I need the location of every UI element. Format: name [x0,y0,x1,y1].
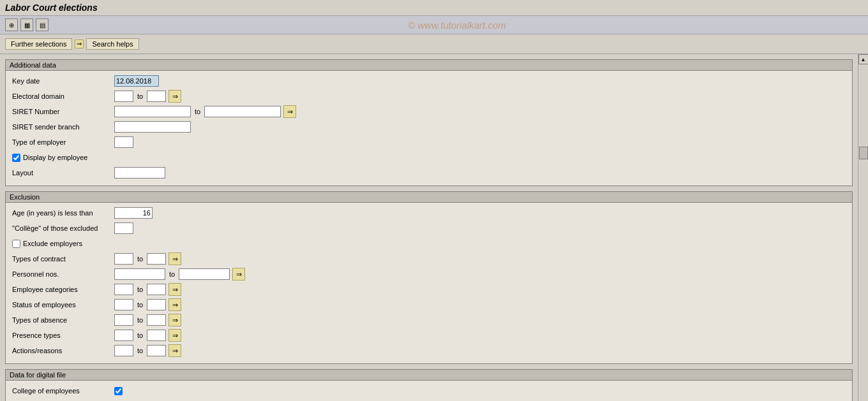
key-date-row: Key date [12,75,846,87]
siret-number-from-input[interactable] [114,106,191,117]
digital-file-header: Data for digital file [6,370,852,381]
to-label-1: to [137,92,143,100]
additional-data-section: Additional data Key date Electoral domai… [5,59,853,186]
title-bar: Labor Court elections [0,0,868,16]
college-excluded-input[interactable] [114,222,133,234]
employee-categories-from-input[interactable] [114,284,133,295]
siret-number-to-input[interactable] [204,106,281,117]
to-label-4: to [169,270,175,278]
employee-categories-to-input[interactable] [147,284,166,295]
presence-types-label: Presence types [12,332,114,339]
electoral-domain-to-input[interactable] [147,91,166,102]
presence-types-nav-button[interactable]: ⇒ [168,329,181,342]
type-of-employer-row: Type of employer [12,136,846,149]
employee-categories-label: Employee categories [12,286,114,293]
layout-row: Layout [12,166,846,179]
personnel-nos-nav-button[interactable]: ⇒ [232,268,245,281]
exclude-employers-label: Exclude employers [23,240,125,247]
to-label-9: to [137,347,143,354]
layout-label: Layout [12,169,114,177]
watermark: © www.tutorialkart.com [51,20,863,31]
type-of-employer-label: Type of employer [12,138,114,146]
personnel-nos-row: Personnel nos. to ⇒ [12,268,846,281]
college-excluded-label: "Collège" of those excluded [12,224,114,232]
types-of-contract-row: Types of contract to ⇒ [12,252,846,265]
siret-number-row: SIRET Number to ⇒ [12,105,846,118]
personnel-nos-from-input[interactable] [114,268,165,280]
electoral-domain-label: Electoral domain [12,92,114,100]
arrow-right-icon: ⇒ [75,40,84,48]
types-of-absence-row: Types of absence to ⇒ [12,314,846,326]
actions-reasons-from-input[interactable] [114,345,133,356]
college-excluded-row: "Collège" of those excluded [12,222,846,235]
presence-types-row: Presence types to ⇒ [12,329,846,342]
siret-sender-row: SIRET sender branch [12,120,846,133]
types-of-absence-from-input[interactable] [114,314,133,326]
siret-number-label: SIRET Number [12,108,114,115]
actions-reasons-label: Actions/reasons [12,347,114,354]
types-of-contract-to-input[interactable] [147,253,166,265]
digital-file-body: College of employees [6,381,852,401]
types-of-absence-label: Types of absence [12,316,114,324]
age-row: Age (in years) is less than [12,207,846,219]
type-of-employer-input[interactable] [114,136,133,148]
page-title: Labor Court elections [5,3,98,13]
search-helps-button[interactable]: Search helps [86,38,138,50]
employee-categories-row: Employee categories to ⇒ [12,283,846,296]
key-date-input[interactable] [114,75,159,87]
personnel-nos-to-input[interactable] [179,268,230,280]
presence-types-to-input[interactable] [147,330,166,341]
actions-reasons-to-input[interactable] [147,345,166,356]
toolbar: ⊕ ▦ ▤ © www.tutorialkart.com [0,16,868,34]
status-of-employees-row: Status of employees to ⇒ [12,298,846,311]
actions-reasons-row: Actions/reasons to ⇒ [12,344,846,357]
status-of-employees-label: Status of employees [12,301,114,309]
additional-data-header: Additional data [6,60,852,71]
types-of-contract-nav-button[interactable]: ⇒ [168,252,181,265]
college-of-employees-checkbox[interactable] [114,387,123,395]
navigate-icon[interactable]: ⊕ [5,18,18,31]
types-of-absence-to-input[interactable] [147,314,166,326]
to-label-7: to [137,316,143,324]
employee-categories-nav-button[interactable]: ⇒ [168,283,181,296]
siret-sender-label: SIRET sender branch [12,123,114,131]
types-of-absence-nav-button[interactable]: ⇒ [168,314,181,326]
personnel-nos-label: Personnel nos. [12,270,114,278]
additional-data-body: Key date Electoral domain to ⇒ SIRET Num… [6,71,852,186]
export-icon[interactable]: ▤ [36,18,49,31]
presence-types-from-input[interactable] [114,330,133,341]
electoral-domain-from-input[interactable] [114,91,133,102]
scrollbar[interactable]: ▲ ▼ [858,54,868,401]
info-icon[interactable]: ▦ [20,18,33,31]
button-bar: Further selections ⇒ Search helps [0,34,868,54]
types-of-contract-label: Types of contract [12,255,114,263]
types-of-contract-from-input[interactable] [114,253,133,265]
actions-reasons-nav-button[interactable]: ⇒ [168,344,181,357]
status-of-employees-nav-button[interactable]: ⇒ [168,298,181,311]
siret-sender-input[interactable] [114,121,191,133]
exclude-employers-checkbox[interactable] [12,240,20,248]
scroll-thumb[interactable] [859,147,868,159]
further-selections-button[interactable]: Further selections [5,38,72,50]
display-by-employee-checkbox[interactable] [12,154,20,162]
to-label-2: to [195,108,200,115]
display-by-employee-row: Display by employee [12,151,846,164]
siret-number-nav-button[interactable]: ⇒ [283,105,296,118]
college-of-employees-row: College of employees [12,384,846,397]
to-label-8: to [137,332,143,339]
college-of-employees-label: College of employees [12,387,114,395]
exclude-employers-row: Exclude employers [12,237,846,250]
age-input[interactable] [114,207,153,219]
age-label: Age (in years) is less than [12,209,114,217]
key-date-label: Key date [12,77,114,85]
exclusion-section: Exclusion Age (in years) is less than "C… [5,191,853,364]
to-label-5: to [137,286,143,293]
exclusion-header: Exclusion [6,192,852,203]
to-label-3: to [137,255,143,263]
scroll-up-button[interactable]: ▲ [858,54,869,64]
status-of-employees-to-input[interactable] [147,299,166,310]
electoral-domain-nav-button[interactable]: ⇒ [168,90,181,103]
layout-input[interactable] [114,167,165,179]
status-of-employees-from-input[interactable] [114,299,133,310]
display-by-employee-label: Display by employee [23,154,125,161]
